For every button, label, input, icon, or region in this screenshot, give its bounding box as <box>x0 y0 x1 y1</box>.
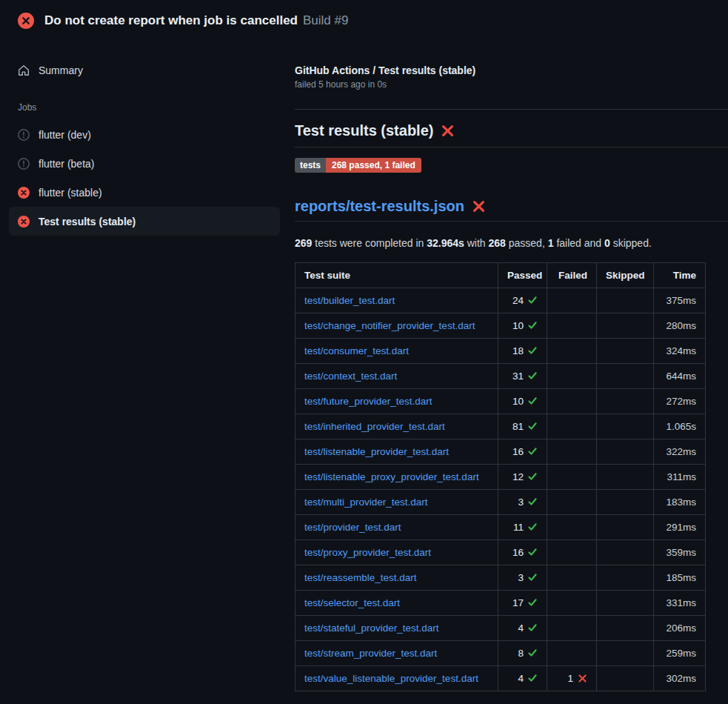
suite-cell: test/selector_test.dart <box>295 591 498 616</box>
sidebar-item-test-results-stable[interactable]: Test results (stable) <box>9 207 280 236</box>
sidebar-item-flutter-stable[interactable]: flutter (stable) <box>9 178 280 207</box>
test-suite-link[interactable]: test/listenable_proxy_provider_test.dart <box>304 471 479 482</box>
time-cell: 259ms <box>654 641 706 666</box>
count-cell <box>597 515 654 540</box>
count-cell <box>547 515 597 540</box>
sidebar-item-flutter-beta[interactable]: flutter (beta) <box>9 149 280 178</box>
table-row: test/selector_test.dart17331ms <box>295 591 706 616</box>
sidebar-item-label: Summary <box>39 64 83 76</box>
count-value: 10 <box>512 320 524 331</box>
section-title-text: Test results (stable) <box>295 122 433 139</box>
count-cell: 16 <box>498 540 547 565</box>
time-cell: 291ms <box>654 515 706 540</box>
failed-x-icon <box>472 199 486 213</box>
time-cell: 331ms <box>654 591 706 616</box>
suite-cell: test/consumer_test.dart <box>295 339 498 364</box>
test-suite-link[interactable]: test/proxy_provider_test.dart <box>304 547 431 558</box>
jobs-list: flutter (dev)flutter (beta)flutter (stab… <box>0 120 289 236</box>
test-suite-link[interactable]: test/consumer_test.dart <box>304 345 409 356</box>
count-cell <box>597 490 654 515</box>
table-row: test/future_provider_test.dart10272ms <box>295 389 706 414</box>
section-title: Test results (stable) <box>295 122 728 147</box>
test-suite-link[interactable]: test/change_notifier_provider_test.dart <box>304 320 475 331</box>
time-cell: 359ms <box>654 540 706 565</box>
check-icon <box>527 320 538 331</box>
main-content: GitHub Actions / Test results (stable) f… <box>295 41 728 691</box>
count-cell <box>547 465 597 490</box>
summary-line: 269 tests were completed in 32.964s with… <box>295 236 728 250</box>
check-icon <box>527 396 538 406</box>
time-cell: 185ms <box>654 565 706 591</box>
count-cell: 16 <box>498 439 547 465</box>
suite-cell: test/stateful_provider_test.dart <box>295 616 498 641</box>
table-row: test/inherited_provider_test.dart811.065… <box>295 414 706 439</box>
count-value: 11 <box>513 522 524 533</box>
count-cell: 8 <box>498 641 547 666</box>
test-suite-link[interactable]: test/listenable_provider_test.dart <box>304 446 449 457</box>
test-suite-link[interactable]: test/reassemble_test.dart <box>304 572 417 583</box>
test-suite-link[interactable]: test/value_listenable_provider_test.dart <box>304 673 478 684</box>
x-circle-icon <box>18 187 30 199</box>
count-value: 81 <box>512 421 524 432</box>
neutral-status-icon <box>18 129 30 141</box>
test-suite-link[interactable]: test/stateful_provider_test.dart <box>304 622 439 634</box>
table-row: test/change_notifier_provider_test.dart1… <box>295 313 706 339</box>
test-suite-link[interactable]: test/selector_test.dart <box>304 597 400 608</box>
count-cell <box>547 591 597 616</box>
suite-cell: test/provider_test.dart <box>295 515 498 540</box>
test-suite-link[interactable]: test/provider_test.dart <box>304 522 401 533</box>
tests-badge: tests 268 passed, 1 failed <box>295 158 421 173</box>
check-icon <box>527 471 538 482</box>
report-file-link[interactable]: reports/test-results.json <box>295 198 464 215</box>
table-row: test/provider_test.dart11291ms <box>295 515 706 540</box>
count-value: 3 <box>518 497 524 508</box>
count-cell: 31 <box>498 364 547 389</box>
test-suite-link[interactable]: test/builder_test.dart <box>304 295 395 306</box>
test-suite-link[interactable]: test/stream_provider_test.dart <box>304 648 437 659</box>
report-title: reports/test-results.json <box>295 198 728 222</box>
suite-cell: test/listenable_provider_test.dart <box>295 439 498 465</box>
test-suite-link[interactable]: test/inherited_provider_test.dart <box>304 421 445 432</box>
count-cell <box>547 565 597 591</box>
column-header-time: Time <box>654 263 706 288</box>
count-cell <box>547 364 597 389</box>
count-cell <box>597 540 654 565</box>
test-suite-link[interactable]: test/future_provider_test.dart <box>304 396 433 407</box>
summary-text: failed and <box>554 237 605 249</box>
table-header-row: Test suite Passed Failed Skipped Time <box>295 263 706 288</box>
column-header-skipped: Skipped <box>597 263 654 288</box>
count-cell: 3 <box>498 490 547 515</box>
summary-text: passed, <box>506 237 548 249</box>
home-icon <box>18 64 30 76</box>
test-suite-link[interactable]: test/context_test.dart <box>304 371 397 382</box>
test-suite-link[interactable]: test/multi_provider_test.dart <box>304 497 428 508</box>
badge-value: 268 passed, 1 failed <box>326 158 421 173</box>
count-cell: 4 <box>498 666 547 691</box>
column-header-failed: Failed <box>547 263 597 288</box>
count-cell: 1 <box>547 666 597 691</box>
table-row: test/listenable_proxy_provider_test.dart… <box>295 465 706 490</box>
check-icon <box>527 421 538 431</box>
time-cell: 272ms <box>654 389 706 414</box>
count-cell <box>547 389 597 414</box>
count-cell <box>597 565 654 591</box>
count-value: 1 <box>567 673 573 684</box>
table-row: test/builder_test.dart24375ms <box>295 288 706 313</box>
count-value: 24 <box>512 295 524 306</box>
passed-count: 268 <box>489 237 506 249</box>
x-circle-icon <box>18 13 34 29</box>
suite-cell: test/proxy_provider_test.dart <box>295 540 498 565</box>
suite-cell: test/future_provider_test.dart <box>295 389 498 414</box>
count-cell: 81 <box>498 414 547 439</box>
count-cell <box>547 313 597 339</box>
count-value: 10 <box>512 396 524 407</box>
count-cell <box>547 339 597 364</box>
count-cell: 17 <box>498 591 547 616</box>
count-value: 3 <box>518 572 524 583</box>
count-cell: 24 <box>498 288 547 313</box>
summary-text: skipped. <box>610 237 652 249</box>
sidebar-item-flutter-dev[interactable]: flutter (dev) <box>9 120 280 149</box>
check-icon <box>527 497 538 507</box>
summary-text: with <box>464 237 489 249</box>
sidebar-item-summary[interactable]: Summary <box>9 55 280 86</box>
